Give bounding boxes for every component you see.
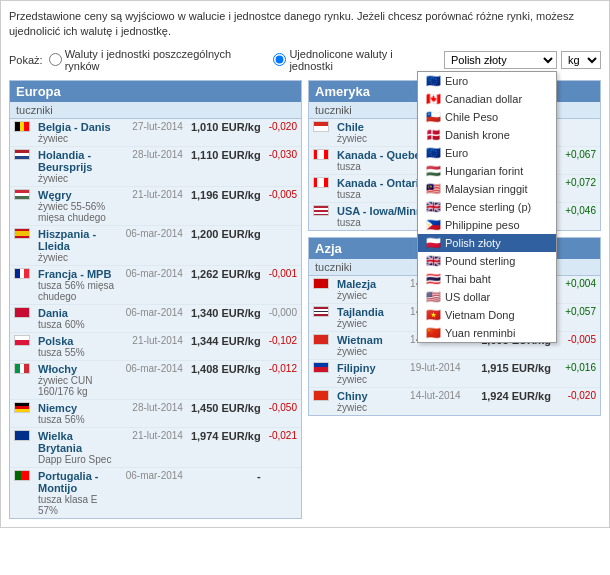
country-flag xyxy=(14,307,30,318)
country-flag xyxy=(14,430,30,441)
flag-cell xyxy=(10,225,34,265)
market-name: Wielka Brytania xyxy=(38,430,118,454)
date-cell: 21-lut-2014 xyxy=(122,186,187,225)
price-cell: 1,262 EUR/kg xyxy=(187,265,265,304)
market-info-cell: Filipiny żywiec xyxy=(333,359,397,387)
country-flag xyxy=(14,335,30,346)
market-name: Dania xyxy=(38,307,118,319)
table-row: Chiny żywiec 14-lut-2014 1,924 EUR/kg -0… xyxy=(309,387,600,415)
market-desc: żywiec xyxy=(337,318,393,329)
country-flag xyxy=(313,177,329,188)
change-cell: -0,005 xyxy=(555,331,600,359)
dropdown-item[interactable]: 🇬🇧Pound sterling xyxy=(418,252,556,270)
market-info-cell: Holandia - Beursprijs żywiec xyxy=(34,146,122,186)
country-flag xyxy=(313,278,329,289)
change-cell: -0,102 xyxy=(265,332,301,360)
europa-table: Belgia - Danis żywiec 27-lut-2014 1,010 … xyxy=(10,119,301,518)
country-flag xyxy=(313,334,329,345)
dropdown-item[interactable]: 🇺🇸US dollar xyxy=(418,288,556,306)
dropdown-item[interactable]: 🇵🇭Philippine peso xyxy=(418,216,556,234)
country-flag xyxy=(313,390,329,401)
dropdown-item[interactable]: 🇹🇭Thai baht xyxy=(418,270,556,288)
market-info-cell: Włochy żywiec CUN 160/176 kg xyxy=(34,360,122,399)
radio2[interactable] xyxy=(273,53,286,66)
price-cell: 1,915 EUR/kg xyxy=(465,359,555,387)
price-cell: 1,450 EUR/kg xyxy=(187,399,265,427)
price-cell: 1,340 EUR/kg xyxy=(187,304,265,332)
market-desc: tusza 56% mięsa chudego xyxy=(38,280,118,302)
table-row: Wielka Brytania Dapp Euro Spec 21-lut-20… xyxy=(10,427,301,467)
market-name: Polska xyxy=(38,335,118,347)
market-desc: tusza 55% xyxy=(38,347,118,358)
dropdown-item[interactable]: 🇪🇺Euro xyxy=(418,72,556,90)
price-cell: 1,344 EUR/kg xyxy=(187,332,265,360)
table-row: Polska tusza 55% 21-lut-2014 1,344 EUR/k… xyxy=(10,332,301,360)
currency-dropdown[interactable]: 🇪🇺Euro🇨🇦Canadian dollar🇨🇱Chile Peso🇩🇰Dan… xyxy=(417,71,557,343)
market-name: Francja - MPB xyxy=(38,268,118,280)
radio2-label[interactable]: Ujednolicone waluty i jednostki xyxy=(273,48,438,72)
dropdown-item[interactable]: 🇲🇾Malaysian ringgit xyxy=(418,180,556,198)
date-cell: 28-lut-2014 xyxy=(122,399,187,427)
change-cell: -0,005 xyxy=(265,186,301,225)
market-desc: żywiec xyxy=(38,252,118,263)
market-name: Węgry xyxy=(38,189,118,201)
dropdown-item[interactable]: 🇻🇳Vietnam Dong xyxy=(418,306,556,324)
dropdown-item[interactable]: 🇪🇺Euro xyxy=(418,144,556,162)
market-desc: tusza klasa E 57% xyxy=(38,494,118,516)
table-row: Węgry żywiec 55-56% mięsa chudego 21-lut… xyxy=(10,186,301,225)
market-info-cell: Dania tusza 60% xyxy=(34,304,122,332)
market-info-cell: Niemcy tusza 56% xyxy=(34,399,122,427)
flag-cell xyxy=(10,304,34,332)
dropdown-item[interactable]: 🇨🇦Canadian dollar xyxy=(418,90,556,108)
change-cell: -0,021 xyxy=(265,427,301,467)
market-desc: żywiec CUN 160/176 kg xyxy=(38,375,118,397)
price-cell: 1,974 EUR/kg xyxy=(187,427,265,467)
market-desc: tusza 56% xyxy=(38,414,118,425)
unit-select[interactable]: kg xyxy=(561,51,601,69)
date-cell: 14-lut-2014 xyxy=(397,387,465,415)
change-cell: +0,057 xyxy=(555,303,600,331)
dropdown-item[interactable]: 🇩🇰Danish krone xyxy=(418,126,556,144)
radio1-label[interactable]: Waluty i jednostki poszczególnych rynków xyxy=(49,48,268,72)
country-flag xyxy=(14,363,30,374)
flag-cell xyxy=(10,265,34,304)
flag-cell xyxy=(309,331,333,359)
dropdown-item[interactable]: 🇨🇳Yuan renminbi xyxy=(418,324,556,342)
table-row: Portugalia - Montijo tusza klasa E 57% 0… xyxy=(10,467,301,518)
market-info-cell: Tajlandia żywiec xyxy=(333,303,397,331)
main-container: Przedstawione ceny są wyjściowo w waluci… xyxy=(0,0,610,528)
market-name: Holandia - Beursprijs xyxy=(38,149,118,173)
dropdown-item[interactable]: 🇨🇱Chile Peso xyxy=(418,108,556,126)
date-cell: 27-lut-2014 xyxy=(122,119,187,147)
market-desc: żywiec xyxy=(38,173,118,184)
flag-cell xyxy=(10,360,34,399)
flag-cell xyxy=(309,174,333,202)
market-info-cell: Francja - MPB tusza 56% mięsa chudego xyxy=(34,265,122,304)
country-flag xyxy=(313,121,329,132)
country-flag xyxy=(14,228,30,239)
show-label: Pokaż: xyxy=(9,54,43,66)
market-info-cell: Chiny żywiec xyxy=(333,387,397,415)
price-cell: 1,408 EUR/kg xyxy=(187,360,265,399)
market-name: Chiny xyxy=(337,390,393,402)
flag-cell xyxy=(309,359,333,387)
market-desc: żywiec xyxy=(337,402,393,413)
price-cell: 1,196 EUR/kg xyxy=(187,186,265,225)
dropdown-item[interactable]: 🇬🇧Pence sterling (p) xyxy=(418,198,556,216)
market-name: Hiszpania - Lleida xyxy=(38,228,118,252)
dropdown-item[interactable]: 🇵🇱Polish złoty xyxy=(418,234,556,252)
europa-header: Europa xyxy=(10,81,301,102)
country-flag xyxy=(313,149,329,160)
flag-cell xyxy=(309,276,333,304)
market-desc: Dapp Euro Spec xyxy=(38,454,118,465)
dropdown-item[interactable]: 🇭🇺Hungarian forint xyxy=(418,162,556,180)
flag-cell xyxy=(10,467,34,518)
country-flag xyxy=(313,306,329,317)
radio1[interactable] xyxy=(49,53,62,66)
change-cell: +0,016 xyxy=(555,359,600,387)
country-flag xyxy=(14,149,30,160)
show-row: Pokaż: Waluty i jednostki poszczególnych… xyxy=(9,48,601,72)
currency-select[interactable]: EuroCanadian dollarChile PesoDanish kron… xyxy=(444,51,557,69)
flag-cell xyxy=(10,119,34,147)
flag-cell xyxy=(10,332,34,360)
